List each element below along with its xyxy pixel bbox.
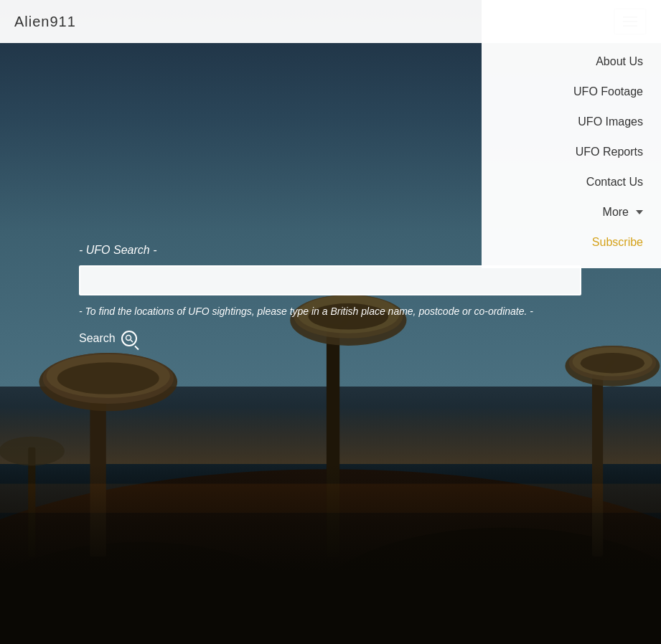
svg-point-20 [581, 353, 644, 373]
search-input[interactable] [79, 265, 581, 295]
search-icon [121, 331, 137, 346]
more-caret-icon [636, 210, 643, 214]
search-button-label: Search [79, 332, 116, 345]
nav-item-about-us[interactable]: About Us [482, 47, 661, 77]
nav-item-ufo-footage[interactable]: UFO Footage [482, 77, 661, 107]
nav-item-ufo-images[interactable]: UFO Images [482, 107, 661, 137]
svg-point-22 [0, 437, 65, 466]
nav-item-subscribe[interactable]: Subscribe [482, 227, 661, 257]
search-button[interactable]: Search [79, 331, 137, 346]
nav-item-contact-us[interactable]: Contact Us [482, 167, 661, 197]
svg-line-25 [131, 340, 133, 342]
brand-logo[interactable]: Alien911 [14, 14, 76, 30]
nav-item-more[interactable]: More [482, 197, 661, 227]
ground-overlay [0, 464, 661, 644]
search-input-wrapper [79, 265, 581, 295]
svg-point-8 [57, 363, 159, 395]
dropdown-menu: About Us UFO Footage UFO Images UFO Repo… [482, 0, 661, 268]
svg-point-24 [126, 336, 131, 341]
nav-item-ufo-reports[interactable]: UFO Reports [482, 137, 661, 167]
search-hint: - To find the locations of UFO sightings… [79, 304, 581, 319]
